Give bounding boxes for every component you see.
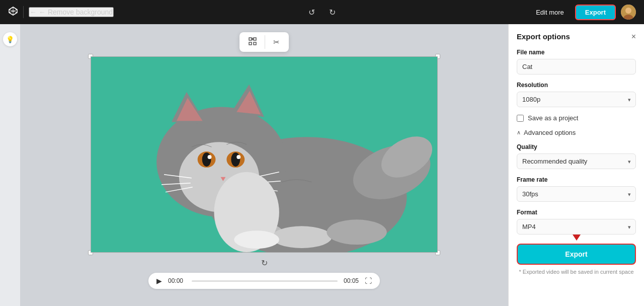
lightbulb-icon: 💡	[6, 36, 14, 43]
quality-select-wrapper: Recommended quality High quality Low qua…	[517, 154, 636, 169]
cut-button[interactable]: ✂	[269, 35, 284, 49]
fullscreen-button[interactable]: ⛶	[365, 277, 372, 285]
time-total: 00:05	[344, 277, 359, 284]
save-project-label[interactable]: Save as a project	[528, 114, 578, 122]
canvas-toolbar: ✂	[239, 32, 289, 52]
export-panel: Export options × File name Resolution 10…	[508, 24, 644, 306]
topbar-divider	[23, 6, 24, 18]
resolution-select[interactable]: 1080p 720p 1440p 4K	[517, 92, 636, 107]
refresh-icon: ↻	[261, 259, 268, 267]
toolbar-separator	[265, 35, 265, 49]
quality-group: Quality Recommended quality High quality…	[517, 143, 636, 169]
redo-icon: ↻	[329, 8, 336, 17]
format-group: Format MP4 MOV GIF WebM ▾	[517, 209, 636, 235]
main: 💡 ✂	[0, 24, 644, 306]
resolution-select-wrapper: 1080p 720p 1440p 4K ▾	[517, 92, 636, 107]
svg-point-37	[272, 226, 332, 248]
video-frame-wrapper: ↻	[91, 56, 438, 253]
export-panel-button[interactable]: Export	[517, 244, 636, 265]
play-button[interactable]: ▶	[156, 277, 162, 285]
save-project-checkbox[interactable]	[517, 115, 524, 122]
advanced-options-toggle[interactable]: ∧ Advanced options	[517, 129, 636, 136]
file-name-group: File name	[517, 49, 636, 74]
svg-rect-8	[254, 38, 256, 40]
edit-more-button[interactable]: Edit more	[530, 6, 570, 19]
panel-title: Export options	[517, 32, 570, 41]
svg-point-5	[625, 8, 631, 14]
undo-icon: ↺	[308, 8, 315, 17]
format-label: Format	[517, 209, 636, 216]
export-top-button[interactable]: Export	[575, 5, 616, 20]
advanced-options-label: Advanced options	[524, 129, 576, 136]
file-name-input[interactable]	[517, 59, 636, 74]
topbar: ← ← Remove background ↺ ↻ Edit more Expo…	[0, 0, 644, 24]
left-sidebar: 💡	[0, 24, 20, 306]
panel-header: Export options ×	[517, 32, 636, 41]
progress-bar[interactable]	[192, 280, 338, 282]
playbar: ▶ 00:00 00:05 ⛶	[148, 273, 380, 289]
back-label: ← Remove background	[39, 8, 113, 16]
svg-point-40	[327, 219, 386, 245]
frame-rate-group: Frame rate 24fps 30fps 60fps ▾	[517, 176, 636, 202]
svg-point-26	[231, 152, 240, 167]
frame-rate-select[interactable]: 24fps 30fps 60fps	[517, 186, 636, 202]
format-select-wrapper: MP4 MOV GIF WebM ▾	[517, 219, 636, 235]
frame-rate-label: Frame rate	[517, 176, 636, 183]
save-project-row: Save as a project	[517, 114, 636, 122]
frame-rate-select-wrapper: 24fps 30fps 60fps ▾	[517, 186, 636, 202]
fullscreen-icon: ⛶	[365, 277, 372, 285]
scissors-icon: ✂	[273, 38, 280, 46]
svg-rect-7	[249, 38, 252, 40]
svg-point-28	[236, 155, 240, 159]
panel-footer: * Exported video will be saved in curren…	[517, 269, 636, 275]
svg-rect-10	[254, 42, 256, 45]
chevron-up-icon: ∧	[517, 129, 521, 136]
back-button[interactable]: ← ← Remove background	[29, 7, 114, 17]
svg-rect-9	[249, 42, 252, 45]
grid-button[interactable]	[245, 35, 261, 49]
cat-visual	[91, 57, 437, 252]
redo-button[interactable]: ↻	[326, 5, 339, 20]
grid-icon	[249, 38, 257, 47]
canvas-area: ✂	[20, 24, 508, 306]
undo-button[interactable]: ↺	[305, 5, 318, 20]
hint-icon[interactable]: 💡	[3, 32, 17, 46]
panel-close-button[interactable]: ×	[631, 33, 636, 41]
avatar[interactable]	[621, 5, 636, 20]
logo-icon	[8, 6, 18, 19]
quality-label: Quality	[517, 143, 636, 150]
video-refresh-button[interactable]: ↻	[261, 258, 268, 268]
format-select[interactable]: MP4 MOV GIF WebM	[517, 219, 636, 235]
svg-point-27	[208, 155, 212, 159]
svg-point-24	[202, 152, 211, 167]
video-frame	[91, 56, 438, 253]
resolution-group: Resolution 1080p 720p 1440p 4K ▾	[517, 82, 636, 107]
svg-point-39	[234, 231, 279, 249]
time-current: 00:00	[168, 277, 186, 284]
file-name-label: File name	[517, 49, 636, 56]
play-icon: ▶	[156, 277, 162, 285]
quality-select[interactable]: Recommended quality High quality Low qua…	[517, 154, 636, 169]
resolution-label: Resolution	[517, 82, 636, 89]
